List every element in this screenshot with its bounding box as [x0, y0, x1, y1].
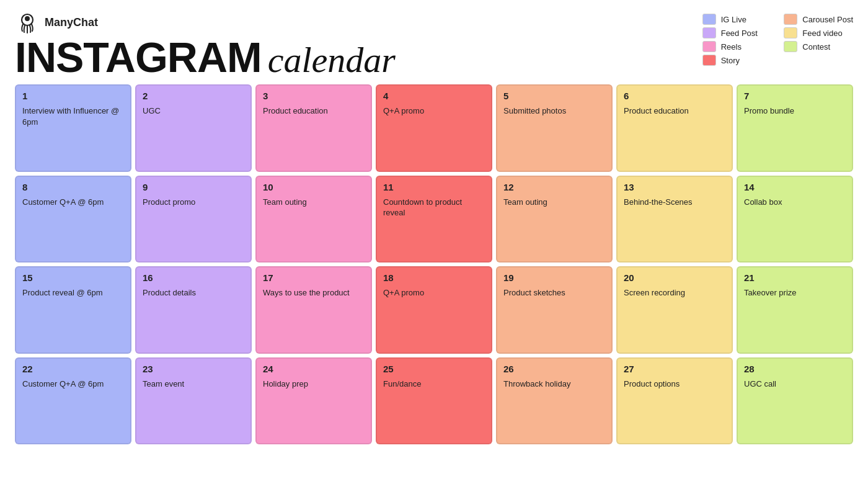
legend-label: Feed Post — [721, 29, 758, 38]
day-content: Collab box — [744, 197, 846, 208]
day-content: Interview with Influencer @ 6pm — [22, 105, 124, 127]
day-number: 11 — [383, 182, 485, 193]
day-content: Promo bundle — [744, 105, 846, 117]
calendar-cell: 26 Throwback holiday — [496, 357, 613, 445]
day-number: 5 — [503, 91, 605, 102]
title-instagram: INSTAGRAM — [15, 36, 262, 78]
calendar-cell: 18 Q+A promo — [376, 266, 492, 354]
calendar-cell: 9 Product promo — [135, 176, 252, 263]
svg-point-1 — [25, 16, 30, 21]
legend-swatch — [784, 27, 797, 38]
legend-item: Contest — [784, 41, 853, 52]
day-number: 13 — [624, 182, 725, 193]
calendar-cell: 21 Takeover prize — [737, 266, 853, 354]
calendar-grid: 1 Interview with Influencer @ 6pm 2 UGC … — [15, 84, 853, 444]
day-content: Throwback holiday — [503, 379, 605, 390]
day-content: Product details — [143, 287, 244, 298]
legend-label: Feed video — [802, 29, 842, 38]
day-content: Product sketches — [503, 287, 605, 298]
day-number: 23 — [143, 364, 244, 375]
day-content: Product options — [624, 379, 725, 390]
legend-item: Feed video — [784, 27, 853, 38]
day-content: Q+A promo — [383, 105, 485, 117]
day-number: 18 — [383, 272, 485, 284]
day-content: Behind-the-Scenes — [624, 197, 725, 208]
day-number: 21 — [744, 272, 846, 284]
day-content: Takeover prize — [744, 287, 846, 298]
calendar-cell: 27 Product options — [616, 357, 733, 445]
day-content: Product promo — [143, 197, 244, 208]
day-number: 2 — [143, 91, 244, 102]
day-number: 15 — [22, 272, 124, 284]
logo-row: ManyChat — [15, 10, 98, 35]
day-content: Holiday prep — [263, 379, 365, 390]
day-number: 19 — [503, 272, 605, 284]
day-number: 12 — [503, 182, 605, 193]
day-number: 6 — [624, 91, 725, 102]
legend-swatch — [702, 27, 716, 38]
legend-item: Reels — [702, 41, 772, 52]
calendar-cell: 28 UGC call — [737, 357, 853, 445]
main-title: INSTAGRAM calendar — [15, 36, 396, 78]
legend-item: IG Live — [702, 14, 772, 25]
day-number: 24 — [263, 364, 365, 375]
calendar-cell: 17 Ways to use the product — [255, 266, 372, 354]
calendar-cell: 25 Fun/dance — [376, 357, 492, 445]
day-content: Ways to use the product — [263, 287, 365, 298]
day-number: 4 — [383, 91, 485, 102]
day-number: 26 — [503, 364, 605, 375]
day-number: 10 — [263, 182, 365, 193]
day-number: 28 — [744, 364, 846, 375]
calendar-cell: 4 Q+A promo — [376, 84, 492, 172]
day-number: 25 — [383, 364, 485, 375]
day-number: 16 — [143, 272, 244, 284]
header: ManyChat INSTAGRAM calendar IG Live Caro… — [15, 10, 853, 78]
calendar-cell: 15 Product reveal @ 6pm — [15, 266, 131, 354]
day-content: UGC — [143, 105, 244, 117]
day-number: 14 — [744, 182, 846, 193]
day-content: Product education — [263, 105, 365, 117]
legend-swatch — [702, 55, 716, 66]
day-content: Customer Q+A @ 6pm — [22, 197, 124, 208]
day-number: 3 — [263, 91, 365, 102]
calendar-cell: 7 Promo bundle — [737, 84, 853, 172]
day-number: 8 — [22, 182, 124, 193]
legend-label: Story — [721, 56, 740, 65]
day-content: Team outing — [263, 197, 365, 208]
day-content: Team event — [143, 379, 244, 390]
day-content: Countdown to product reveal — [383, 197, 485, 218]
legend-item: Feed Post — [702, 27, 772, 38]
day-content: Team outing — [503, 197, 605, 208]
calendar-cell: 16 Product details — [135, 266, 252, 354]
calendar-cell: 10 Team outing — [255, 176, 372, 263]
day-content: Product education — [624, 105, 725, 117]
legend-swatch — [784, 14, 797, 25]
day-content: UGC call — [744, 379, 846, 390]
day-number: 27 — [624, 364, 725, 375]
day-number: 9 — [143, 182, 244, 193]
day-content: Q+A promo — [383, 287, 485, 298]
legend-swatch — [702, 14, 716, 25]
legend-swatch — [702, 41, 716, 52]
calendar-cell: 19 Product sketches — [496, 266, 613, 354]
calendar-cell: 23 Team event — [135, 357, 252, 445]
day-number: 7 — [744, 91, 846, 102]
day-number: 20 — [624, 272, 725, 284]
calendar-cell: 11 Countdown to product reveal — [376, 176, 492, 263]
calendar-cell: 20 Screen recording — [616, 266, 733, 354]
legend-label: Reels — [721, 42, 742, 52]
day-number: 22 — [22, 364, 124, 375]
legend-item: Story — [702, 55, 772, 66]
day-content: Screen recording — [624, 287, 725, 298]
day-content: Submitted photos — [503, 105, 605, 117]
logo-title-area: ManyChat INSTAGRAM calendar — [15, 10, 396, 78]
calendar-cell: 3 Product education — [255, 84, 372, 172]
calendar-cell: 8 Customer Q+A @ 6pm — [15, 176, 131, 263]
calendar-cell: 5 Submitted photos — [496, 84, 613, 172]
day-number: 1 — [22, 91, 124, 102]
day-content: Fun/dance — [383, 379, 485, 390]
day-content: Customer Q+A @ 6pm — [22, 379, 124, 390]
legend-swatch — [784, 41, 797, 52]
calendar-cell: 22 Customer Q+A @ 6pm — [15, 357, 131, 445]
calendar-cell: 14 Collab box — [737, 176, 853, 263]
